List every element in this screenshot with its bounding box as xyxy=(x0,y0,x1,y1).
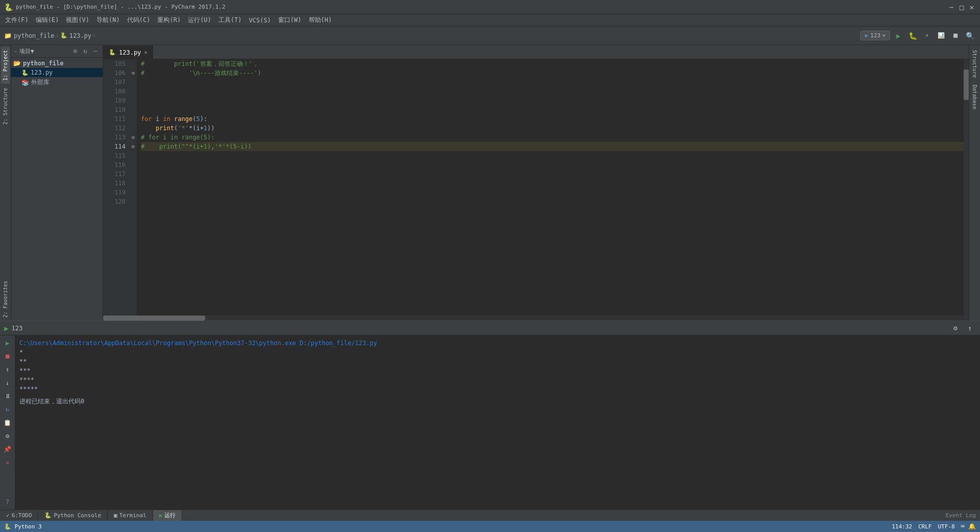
run-replay-btn[interactable]: ↻ xyxy=(2,404,13,415)
project-tab[interactable]: 1: Project xyxy=(1,47,10,84)
debug-button[interactable]: 🐛 xyxy=(906,30,919,42)
code-line-116 xyxy=(141,160,964,170)
horiz-scrollbar-thumb[interactable] xyxy=(103,316,205,321)
tab-run[interactable]: ▶ 运行 xyxy=(153,510,183,521)
run-config-selector[interactable]: ▶ 123 ▼ xyxy=(860,31,890,40)
line-num-105: 105 xyxy=(114,59,126,68)
favorites-tab[interactable]: 2: Favorites xyxy=(1,278,10,321)
profile-button[interactable]: 📊 xyxy=(935,30,947,42)
console-output[interactable]: C:\Users\Administrator\AppData\Local\Pro… xyxy=(15,335,980,510)
gutter-106[interactable]: ⊟ xyxy=(130,68,137,78)
menu-navigate[interactable]: 导航(N) xyxy=(93,15,123,26)
code-line-118 xyxy=(141,179,964,188)
py-file-icon: 🐍 xyxy=(21,69,29,76)
line-num-120: 120 xyxy=(114,197,126,206)
panel-settings-btn[interactable]: ⚙ xyxy=(949,322,962,334)
search-everywhere-button[interactable]: 🔍 xyxy=(964,30,976,42)
code-line-110 xyxy=(141,105,964,114)
run-button[interactable]: ▶ xyxy=(892,30,904,42)
tree-item-external-libs[interactable]: 📚 外部库 xyxy=(11,77,103,88)
stop-button[interactable]: ⏹ xyxy=(949,30,962,42)
gutter-107 xyxy=(130,78,137,87)
menu-run[interactable]: 运行(U) xyxy=(185,15,214,26)
menu-refactor[interactable]: 重构(R) xyxy=(154,15,184,26)
status-right: 114:32 CRLF UTF-8 ⌨ 🔔 xyxy=(892,523,976,530)
breadcrumb-file[interactable]: 123.py xyxy=(69,32,91,39)
gutter-114[interactable]: ⊟ xyxy=(130,142,137,151)
code-line-106: # '\n----游戏结束----') xyxy=(141,68,964,78)
maximize-button[interactable]: □ xyxy=(958,3,966,11)
structure-tab-left[interactable]: 2: Structure xyxy=(1,85,10,128)
event-log-btn[interactable]: Event Log xyxy=(941,512,980,519)
bottom-panel: ▶ 123 ⚙ ↑ ▶ ⏹ ↑ ↓ ⏸ ↻ 📋 ⚙ 📌 ✕ ? C:\Users… xyxy=(0,321,980,510)
code-line-120 xyxy=(141,197,964,206)
menu-view[interactable]: 视图(V) xyxy=(63,15,92,26)
editor-scrollbar-horiz[interactable] xyxy=(103,316,969,321)
tree-item-123py[interactable]: 🐍 123.py xyxy=(11,68,103,77)
line-numbers: 105 106 107 108 109 110 111 112 113 114 … xyxy=(103,59,130,316)
status-python-version: 🐍 Python 3 xyxy=(4,523,42,530)
panel-collapse-btn[interactable]: — xyxy=(91,47,100,55)
line-num-107: 107 xyxy=(114,78,126,87)
run-settings-btn[interactable]: ⚙ xyxy=(2,430,13,442)
code-line-112: print ( '*' *(i+ 1 )) xyxy=(141,124,964,133)
console-out-1: * xyxy=(19,348,976,357)
panel-options-btn[interactable]: ⚙ xyxy=(71,47,79,55)
status-position[interactable]: 114:32 xyxy=(892,523,912,530)
tree-item-root[interactable]: 📂 python_file xyxy=(11,59,103,68)
code-content[interactable]: # print('答案，回答正确！'， # '\n----游戏结束----') … xyxy=(137,59,964,316)
console-out-5: ***** xyxy=(19,384,976,394)
line-num-119: 119 xyxy=(114,188,126,197)
editor-scrollbar-vert[interactable] xyxy=(964,59,969,316)
run-help-btn[interactable]: ? xyxy=(2,496,13,507)
database-tab[interactable]: Database xyxy=(970,82,979,112)
menu-tools[interactable]: 工具(T) xyxy=(215,15,245,26)
minimize-button[interactable]: − xyxy=(947,3,955,11)
line-num-110: 110 xyxy=(114,105,126,114)
menu-window[interactable]: 窗口(W) xyxy=(275,15,305,26)
breadcrumb: 📁 python_file › 🐍 123.py › xyxy=(4,32,96,39)
close-button[interactable]: ✕ xyxy=(968,3,976,11)
code-editor: 105 106 107 108 109 110 111 112 113 114 … xyxy=(103,59,969,316)
tab-python-console[interactable]: 🐍 Python Console xyxy=(38,510,108,521)
gutter-113[interactable]: ⊟ xyxy=(130,133,137,142)
run-stop-btn[interactable]: ⏹ xyxy=(2,351,13,362)
run-rerun-btn[interactable]: ▶ xyxy=(2,337,13,349)
line-num-113: 113 xyxy=(114,133,126,142)
status-left: 🐍 Python 3 xyxy=(4,523,42,530)
toolbar-left: 📁 python_file › 🐍 123.py › xyxy=(4,32,96,39)
status-encoding[interactable]: UTF-8 xyxy=(938,523,954,530)
panel-expand-btn[interactable]: ↑ xyxy=(964,322,976,334)
code-line-119 xyxy=(141,188,964,197)
panel-sync-btn[interactable]: ↻ xyxy=(81,47,89,55)
status-extra: ⌨ 🔔 xyxy=(961,523,976,530)
tree-item-123py-label: 123.py xyxy=(31,69,53,76)
run-panel-config-name: 123 xyxy=(11,325,22,332)
tab-close-btn[interactable]: ✕ xyxy=(144,49,148,56)
run-dump-btn[interactable]: 📋 xyxy=(2,417,13,428)
menu-help[interactable]: 帮助(H) xyxy=(306,15,335,26)
menu-edit[interactable]: 编辑(E) xyxy=(33,15,62,26)
gutter-119 xyxy=(130,188,137,197)
menu-code[interactable]: 代码(C) xyxy=(124,15,154,26)
coverage-button[interactable]: ⚡ xyxy=(921,30,933,42)
run-close-run-btn[interactable]: ✕ xyxy=(2,457,13,468)
menu-vcs[interactable]: VCS(S) xyxy=(246,16,274,25)
scrollbar-thumb[interactable] xyxy=(964,69,969,100)
run-pause-btn[interactable]: ⏸ xyxy=(2,391,13,402)
breadcrumb-project[interactable]: python_file xyxy=(14,32,54,39)
run-down-btn[interactable]: ↓ xyxy=(2,377,13,389)
menu-file[interactable]: 文件(F) xyxy=(2,15,32,26)
run-pin-btn[interactable]: 📌 xyxy=(2,444,13,455)
tab-todo[interactable]: ✓ 6:TODO xyxy=(0,510,38,521)
console-command-line: C:\Users\Administrator\AppData\Local\Pro… xyxy=(19,338,976,348)
editor-tab-123py[interactable]: 🐍 123.py ✕ xyxy=(103,45,153,59)
structure-tab-right[interactable]: Structure xyxy=(970,47,979,81)
title-bar-controls: − □ ✕ xyxy=(947,3,976,11)
line-num-115: 115 xyxy=(114,151,126,160)
run-up-btn[interactable]: ↑ xyxy=(2,364,13,375)
code-line-115 xyxy=(141,151,964,160)
status-line-ending[interactable]: CRLF xyxy=(918,523,932,530)
tab-terminal[interactable]: ▣ Terminal xyxy=(108,510,153,521)
toolbar-right: ▶ 123 ▼ ▶ 🐛 ⚡ 📊 ⏹ 🔍 xyxy=(860,30,976,42)
